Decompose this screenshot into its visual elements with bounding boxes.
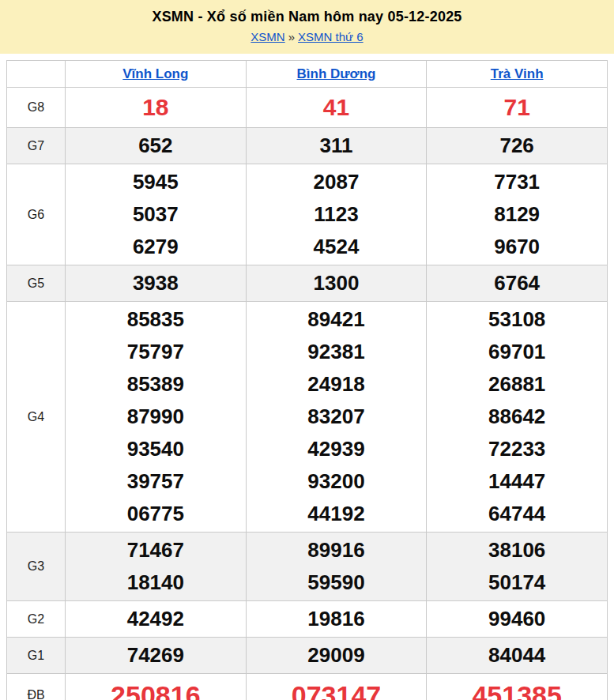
prize-number: 50174 [427,566,607,599]
prize-number: 72233 [427,433,607,465]
prize-cell: 652 [66,128,247,164]
province-link-tra-vinh[interactable]: Trà Vinh [491,66,544,81]
prize-cell: 18 [66,88,247,128]
prize-number: 71467 [66,534,246,566]
province-header-tra-vinh: Trà Vinh [427,61,608,88]
prize-label: G6 [7,164,66,265]
prize-number: 726 [427,130,607,162]
breadcrumb-link-xsmn[interactable]: XSMN [250,30,284,43]
prize-number: 85835 [66,303,246,336]
prize-cell: 3810650174 [427,533,608,601]
province-header-binh-duong: Bình Dương [246,61,427,88]
prize-number: 99460 [427,603,607,635]
prize-cell: 311 [246,128,427,164]
prize-number: 87990 [66,401,246,433]
prize-number: 71 [427,89,607,126]
prize-label: G7 [7,128,66,164]
prize-row-g3: G3714671814089916595903810650174 [7,533,608,601]
province-link-binh-duong[interactable]: Bình Dương [297,66,376,81]
prize-number: 74269 [66,639,246,672]
prize-number: 83207 [247,401,427,433]
prize-number: 64744 [427,498,607,530]
prize-cell: 99460 [427,601,608,638]
prize-number: 93200 [247,465,427,498]
prize-cell: 84044 [427,638,608,674]
prize-number: 42939 [247,433,427,465]
prize-number: 6279 [66,231,246,263]
prize-number: 42492 [66,603,246,635]
prize-cell: 42492 [66,601,247,638]
prize-cell: 773181299670 [427,164,608,265]
prize-cell: 53108697012688188642722331444764744 [427,302,608,533]
prize-cell: 726 [427,128,608,164]
prize-cell: 71 [427,88,608,128]
prize-number: 250816 [66,676,246,700]
prize-number: 19816 [247,603,427,635]
prize-number: 88642 [427,401,607,433]
prize-number: 5945 [66,166,246,198]
prize-number: 2087 [247,166,427,198]
prize-number: 8129 [427,198,607,231]
prize-number: 9670 [427,231,607,263]
results-table-wrap: Vĩnh Long Bình Dương Trà Vinh G8184171G7… [6,60,608,700]
prize-number: 18140 [66,566,246,599]
prize-number: 44192 [247,498,427,530]
breadcrumb-link-xsmn-thu-6[interactable]: XSMN thứ 6 [298,30,364,43]
breadcrumb-separator: » [288,30,295,43]
prize-cell: 6764 [427,265,608,302]
prize-row-g2: G2424921981699460 [7,601,608,638]
prize-label: G4 [7,302,66,533]
prize-number: 69701 [427,336,607,368]
prize-cell: 451385 [427,674,608,700]
prize-number: 18 [66,89,246,126]
page-title: XSMN - Xổ số miền Nam hôm nay 05-12-2025 [0,9,614,25]
prize-label: G2 [7,601,66,638]
prize-label: G1 [7,638,66,674]
breadcrumb: XSMN»XSMN thứ 6 [0,30,614,43]
prize-number: 4524 [247,231,427,263]
province-link-vinh-long[interactable]: Vĩnh Long [122,66,188,81]
prize-cell: 74269 [66,638,247,674]
prize-row-đb: ĐB250816073147451385 [7,674,608,700]
prize-number: 14447 [427,465,607,498]
province-header-vinh-long: Vĩnh Long [66,61,247,88]
prize-number: 6764 [427,267,607,299]
prize-number: 26881 [427,368,607,401]
prize-row-g6: G6594550376279208711234524773181299670 [7,164,608,265]
prize-row-g7: G7652311726 [7,128,608,164]
prize-cell: 85835757978538987990935403975706775 [66,302,247,533]
lottery-results-table: Vĩnh Long Bình Dương Trà Vinh G8184171G7… [6,60,608,700]
prize-column-header-empty [7,61,66,88]
prize-number: 1300 [247,267,427,299]
prize-number: 75797 [66,336,246,368]
prize-number: 84044 [427,639,607,672]
prize-cell: 594550376279 [66,164,247,265]
prize-label: G8 [7,88,66,128]
prize-number: 24918 [247,368,427,401]
prize-cell: 8991659590 [246,533,427,601]
prize-cell: 29009 [246,638,427,674]
prize-row-g5: G5393813006764 [7,265,608,302]
prize-label: ĐB [7,674,66,700]
prize-row-g4: G485835757978538987990935403975706775894… [7,302,608,533]
prize-cell: 89421923812491883207429399320044192 [246,302,427,533]
prize-number: 89916 [247,534,427,566]
prize-cell: 41 [246,88,427,128]
prize-label: G3 [7,533,66,601]
prize-row-g1: G1742692900984044 [7,638,608,674]
prize-number: 5037 [66,198,246,231]
page-header: XSMN - Xổ số miền Nam hôm nay 05-12-2025… [0,0,614,54]
prize-cell: 7146718140 [66,533,247,601]
prize-number: 38106 [427,534,607,566]
prize-number: 3938 [66,267,246,299]
prize-number: 073147 [247,676,427,700]
prize-cell: 3938 [66,265,247,302]
prize-cell: 1300 [246,265,427,302]
prize-number: 93540 [66,433,246,465]
prize-row-g8: G8184171 [7,88,608,128]
prize-number: 7731 [427,166,607,198]
prize-cell: 208711234524 [246,164,427,265]
prize-number: 53108 [427,303,607,336]
prize-cell: 073147 [246,674,427,700]
prize-number: 1123 [247,198,427,231]
